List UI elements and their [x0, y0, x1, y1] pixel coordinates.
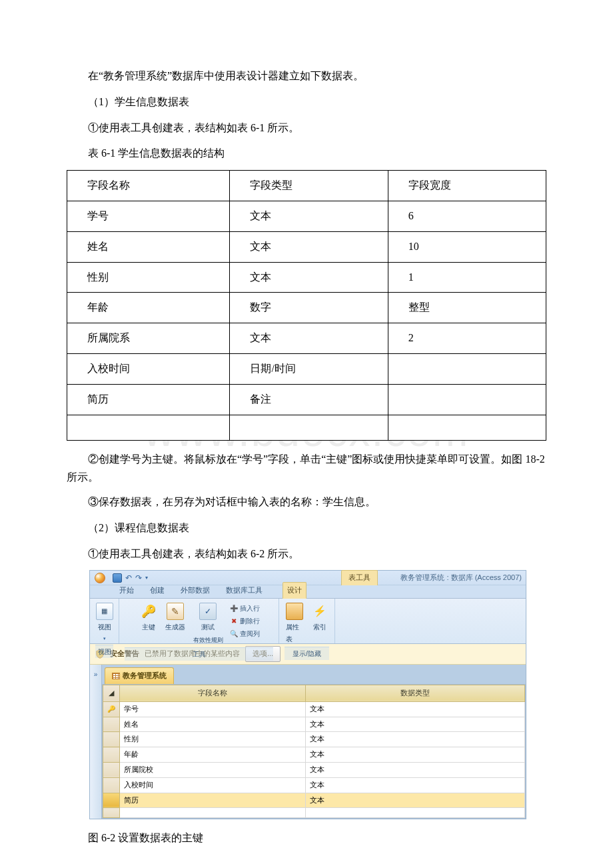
indexes-icon: ⚡	[311, 603, 328, 620]
row-selector[interactable]	[103, 808, 120, 818]
primary-key-indicator: 🔑	[103, 701, 120, 717]
cell-field-name[interactable]: 年龄	[120, 747, 306, 763]
cell: 日期/时间	[230, 353, 388, 384]
insert-row-label: 插入行	[240, 603, 260, 615]
designer-pane: 教务管理系统 ◢ 字段名称 数据类型 🔑学号文本 姓名文本 性别文本 年龄文本 …	[102, 665, 526, 819]
grid-row[interactable]: 🔑学号文本	[103, 701, 525, 717]
group-view-label: 视图	[95, 645, 113, 658]
delete-row-icon: ✖	[230, 618, 238, 625]
indexes-button[interactable]: ⚡ 索引	[310, 601, 330, 635]
cell: 年龄	[67, 293, 230, 323]
tab-create[interactable]: 创建	[146, 583, 169, 599]
builder-label: 生成器	[165, 621, 185, 633]
cell-field-name[interactable]: 入校时间	[120, 777, 306, 793]
cell-field-name[interactable]: 姓名	[120, 717, 306, 732]
document-tab-label: 教务管理系统	[123, 669, 167, 683]
test-label: 测试	[201, 621, 215, 633]
nav-pane-collapse-button[interactable]: »	[90, 665, 102, 819]
cell	[388, 415, 546, 440]
redo-icon[interactable]: ↷	[135, 574, 142, 582]
tab-external-data[interactable]: 外部数据	[177, 583, 214, 599]
cell-field-name[interactable]: 所属院校	[120, 762, 306, 777]
cell: 6	[388, 201, 546, 231]
test-validation-button[interactable]: ✓ 测试 有效性规则	[192, 601, 225, 647]
document-area: » 教务管理系统 ◢ 字段名称 数据类型 🔑学号文本 姓名文本	[90, 665, 526, 819]
builder-button[interactable]: ✎ 生成器	[164, 601, 187, 635]
cell-data-type[interactable]: 文本	[305, 732, 524, 747]
cell-data-type[interactable]: 文本	[305, 762, 524, 777]
contextual-tab-label: 表工具	[341, 570, 378, 585]
cell: 1	[388, 262, 546, 293]
table-row	[67, 415, 546, 440]
cell-data-type[interactable]: 文本	[305, 747, 524, 763]
cell: 简历	[67, 384, 230, 415]
table-designer-grid[interactable]: ◢ 字段名称 数据类型 🔑学号文本 姓名文本 性别文本 年龄文本 所属院校文本 …	[102, 684, 526, 819]
cell-field-name[interactable]: 简历	[120, 793, 306, 808]
primary-key-button[interactable]: 🔑 主键	[139, 601, 159, 635]
document-tab[interactable]: 教务管理系统	[105, 667, 174, 684]
section2-heading: （2）课程信息数据表	[67, 519, 546, 538]
grid-row[interactable]: 所属院校文本	[103, 762, 525, 777]
tab-database-tools[interactable]: 数据库工具	[222, 583, 267, 599]
access-screenshot: ↶ ↷ ▾ 表工具 教务管理系统 : 数据库 (Access 2007) 开始 …	[89, 570, 526, 819]
cell-field-name[interactable]: 学号	[120, 701, 306, 717]
property-sheet-button[interactable]: 属性表	[285, 601, 305, 647]
insert-row-button[interactable]: ➕插入行	[230, 603, 260, 615]
delete-row-label: 删除行	[240, 615, 260, 627]
cell-data-type[interactable]: 文本	[305, 717, 524, 732]
grid-row-empty[interactable]	[103, 808, 525, 818]
cell-data-type[interactable]: 文本	[305, 793, 524, 808]
grid-row[interactable]: 入校时间文本	[103, 777, 525, 793]
builder-icon: ✎	[167, 603, 184, 620]
cell-data-type[interactable]	[305, 808, 524, 818]
table-row: 学号文本6	[67, 201, 546, 231]
save-icon[interactable]	[113, 573, 122, 583]
undo-icon[interactable]: ↶	[125, 574, 132, 582]
section1-step1: ①使用表工具创建表，表结构如表 6-1 所示。	[67, 119, 546, 138]
view-label: 视图	[98, 621, 111, 633]
grid-row[interactable]: 年龄文本	[103, 747, 525, 763]
grid-header-row: ◢ 字段名称 数据类型	[103, 685, 525, 701]
cell	[388, 384, 546, 415]
group-view: ▦ 视图 ▾ 视图	[90, 599, 119, 643]
row-ops: ➕插入行 ✖删除行 🔍查阅列	[230, 601, 260, 640]
property-sheet-icon	[286, 603, 303, 620]
row-selector-header: ◢	[103, 685, 120, 701]
cell-field-name[interactable]: 性别	[120, 732, 306, 747]
chevron-down-icon: ▾	[103, 635, 106, 643]
lookup-column-button[interactable]: 🔍查阅列	[230, 628, 260, 640]
row-selector[interactable]	[103, 732, 120, 747]
tab-design[interactable]: 设计	[283, 582, 306, 599]
cell: 入校时间	[67, 353, 230, 384]
row-selector[interactable]	[103, 762, 120, 777]
header-field-width: 字段宽度	[388, 171, 546, 201]
intro-text: 在“教务管理系统”数据库中使用表设计器建立如下数据表。	[67, 67, 546, 86]
cell-data-type[interactable]: 文本	[305, 777, 524, 793]
row-selector[interactable]	[103, 747, 120, 763]
cell	[230, 415, 388, 440]
row-selector[interactable]	[103, 793, 120, 808]
document-body: 在“教务管理系统”数据库中使用表设计器建立如下数据表。 （1）学生信息数据表 ①…	[0, 27, 613, 868]
grid-row-selected[interactable]: 简历文本	[103, 793, 525, 808]
section1-heading: （1）学生信息数据表	[67, 93, 546, 112]
table-row: 性别文本1	[67, 262, 546, 293]
pk-label: 主键	[142, 621, 155, 633]
cell: 2	[388, 323, 546, 354]
delete-row-button[interactable]: ✖删除行	[230, 615, 260, 627]
col-data-type: 数据类型	[305, 685, 524, 701]
group-tools-label: 工具	[125, 647, 273, 661]
cell-data-type[interactable]: 文本	[305, 701, 524, 717]
row-selector[interactable]	[103, 717, 120, 732]
table-header-row: 字段名称 字段类型 字段宽度	[67, 171, 546, 201]
cell: 备注	[230, 384, 388, 415]
office-button[interactable]	[90, 571, 110, 585]
table-row: 入校时间日期/时间	[67, 353, 546, 384]
table-row: 简历备注	[67, 384, 546, 415]
view-button[interactable]: ▦ 视图 ▾	[95, 601, 115, 645]
cell-field-name[interactable]	[120, 808, 306, 818]
cell	[388, 353, 546, 384]
grid-row[interactable]: 姓名文本	[103, 717, 525, 732]
row-selector[interactable]	[103, 777, 120, 793]
tab-home[interactable]: 开始	[115, 583, 138, 599]
grid-row[interactable]: 性别文本	[103, 732, 525, 747]
